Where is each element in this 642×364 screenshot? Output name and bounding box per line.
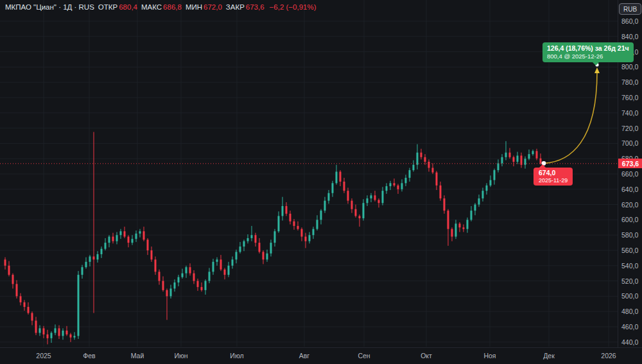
candle-body [382,191,384,203]
candle-body [24,302,26,307]
candle-body [424,157,426,162]
price-tick-label: 860,0 [621,17,638,25]
candle-body [155,259,157,272]
projection-target-label[interactable]: 126,4 (18,76%) за 26д 21ч 800,4 @ 2025-1… [542,42,634,62]
time-axis[interactable]: 2025ФевМайИюнИюлАвгСенОктНояДек2026 [0,347,642,364]
price-tick-label: 840,0 [621,33,638,40]
candle-body [528,154,530,159]
candle-body [159,272,160,281]
candle-body [286,206,288,214]
candle-body [293,221,295,226]
price-chart-canvas[interactable] [0,0,618,347]
candle-body [367,198,369,203]
price-change: −6,2 (−0,91%) [270,3,317,11]
price-tick-label: 600,0 [621,216,638,223]
candle-body [39,328,41,333]
candle-body [70,334,72,338]
symbol-legend: МКПАО "Циан" · 1Д · RUS ОТКР680,4 МАКС68… [5,3,317,11]
candle-body [135,234,137,239]
candle-body [166,290,168,297]
price-tick-label: 480,0 [621,308,638,315]
time-tick-label: Окт [421,352,432,360]
candle-body [328,193,330,201]
candle-body [490,180,492,186]
candle-body [112,237,114,241]
price-tick-label: 500,0 [621,292,638,300]
candle-body [263,252,265,259]
price-tick-label: 800,0 [621,63,638,71]
candle-body [170,289,172,297]
ohlc-close: ЗАКР673,6 [226,3,265,11]
candle-body [447,211,449,229]
candle-body [116,235,118,241]
candle-body [378,200,380,203]
last-price-tag: 673,6 [618,159,642,168]
candle-body [282,206,284,216]
candle-body [128,237,130,243]
candle-body [78,275,80,336]
candle-body [259,243,261,252]
price-tick-label: 580,0 [621,231,638,239]
candle-body [232,259,234,266]
candle-body [201,287,203,290]
projection-change-text: 126,4 (18,76%) за 26д 21ч [547,44,629,52]
candle-body [266,254,268,260]
candle-body [313,229,315,236]
candle-body [498,163,499,170]
price-tick-label: 660,0 [621,170,638,178]
candle-body [270,243,272,254]
candle-body [440,186,442,198]
candle-body [151,250,153,259]
candle-body [216,259,218,262]
candle-body [436,173,438,186]
candle-body [320,211,322,220]
currency-toggle-button[interactable]: RUB [619,3,641,15]
price-tick-label: 760,0 [621,94,638,101]
candle-body [332,183,334,193]
candle-body [47,334,49,338]
candle-body [51,333,53,338]
price-tick-label: 440,0 [621,338,638,346]
candle-body [178,277,180,282]
candle-body [274,231,276,243]
candle-body [239,247,241,252]
candle-body [290,214,291,221]
time-tick-label: Май [131,352,144,360]
candle-body [417,153,419,165]
candle-body [132,239,134,243]
candle-body [432,168,434,172]
candle-body [451,229,453,237]
candle-body [505,153,507,157]
candle-body [455,223,457,236]
projection-origin-price: 674,0 [539,169,568,177]
candle-body [386,186,388,191]
price-tick-label: 560,0 [621,247,638,254]
candle-body [174,282,176,289]
candle-body [255,235,257,243]
candle-body [251,235,253,238]
time-tick-label: Ноя [483,352,496,360]
candle-body [405,178,407,183]
candle-body [532,151,534,154]
projection-origin-date: 2025-11-29 [539,177,568,184]
candle-body [97,254,99,259]
candle-body [390,183,392,186]
time-tick-label: Фев [83,352,95,360]
candle-body [205,281,207,290]
candle-body [108,237,110,243]
candle-body [305,237,307,241]
time-tick-label: Июн [174,352,187,360]
ohlc-open: ОТКР680,4 [98,3,137,11]
candle-body [55,328,56,333]
candle-body [162,281,164,290]
symbol-title: МКПАО "Циан" · 1Д · RUS [5,3,94,11]
ohlc-low: МИН672,0 [186,3,222,11]
candle-body [62,331,64,336]
projection-origin-label[interactable]: 674,0 2025-11-29 [534,168,573,186]
candle-body [370,195,372,198]
candle-body [324,201,326,211]
candle-body [182,273,184,277]
candle-body [459,223,461,227]
candle-body [58,328,60,336]
candle-body [517,155,519,162]
